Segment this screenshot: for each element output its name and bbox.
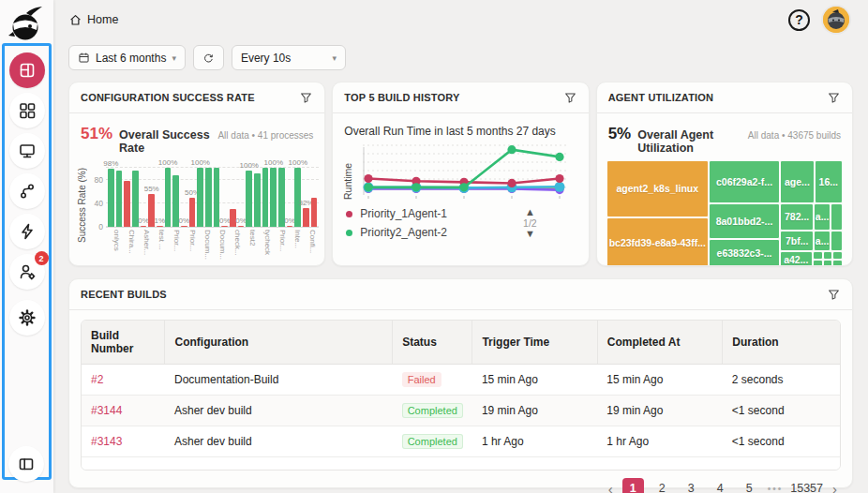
bar[interactable]: 50% bbox=[189, 168, 196, 227]
sidebar-item-apps[interactable] bbox=[9, 93, 45, 128]
pager-up-icon[interactable]: ▲ bbox=[525, 207, 535, 217]
bar[interactable]: 0% bbox=[141, 168, 147, 227]
cell-build[interactable]: #3143 bbox=[82, 426, 165, 457]
sidebar: 2 bbox=[0, 0, 53, 493]
treemap-tile[interactable]: e63832c3-... bbox=[709, 239, 780, 266]
treemap-tile[interactable]: 7bf... bbox=[780, 231, 814, 251]
cell-build[interactable]: #3144 bbox=[82, 396, 165, 426]
sidebar-item-triggers[interactable] bbox=[9, 214, 45, 249]
treemap-tile[interactable]: 782... bbox=[780, 203, 814, 231]
filter-funnel-icon[interactable] bbox=[299, 91, 313, 105]
table-row: #3143Asher dev buildCompleted1 hr Ago1 h… bbox=[82, 426, 840, 457]
bar[interactable]: 32% bbox=[303, 168, 309, 227]
page-button[interactable]: 4 bbox=[710, 478, 731, 493]
bar-fill bbox=[311, 198, 318, 228]
column-header[interactable]: Duration bbox=[723, 321, 840, 365]
page-button[interactable]: 3 bbox=[681, 478, 702, 493]
pager-down-icon[interactable]: ▼ bbox=[525, 229, 535, 239]
bar[interactable]: 1% bbox=[157, 168, 163, 227]
treemap-tile[interactable]: a... bbox=[814, 203, 831, 231]
cell-trigger: 15 min Ago bbox=[472, 365, 597, 396]
prev-page-button[interactable]: ‹ bbox=[606, 481, 615, 493]
bar-value-label: 0% bbox=[179, 217, 190, 225]
bar[interactable]: 0% bbox=[238, 168, 245, 227]
bar[interactable]: 98% bbox=[108, 168, 114, 227]
last-page-button[interactable]: 15357 bbox=[790, 478, 823, 493]
treemap-tile[interactable]: 16... bbox=[815, 160, 843, 203]
legend-item[interactable]: Priority2_Agent-2 bbox=[346, 226, 447, 239]
avatar[interactable] bbox=[823, 7, 849, 33]
page-button[interactable]: 5 bbox=[739, 478, 760, 493]
bar[interactable]: 100% bbox=[294, 168, 301, 227]
sidebar-item-settings[interactable] bbox=[9, 300, 45, 336]
bar[interactable]: 100% bbox=[270, 168, 277, 227]
x-axis-label: Prior... bbox=[274, 230, 287, 266]
sidebar-collapse-button[interactable] bbox=[8, 446, 44, 482]
recent-builds-card: RECENT BUILDS Build NumberConfigurationS… bbox=[68, 278, 853, 488]
treemap-tile[interactable] bbox=[823, 251, 833, 260]
breadcrumb[interactable]: Home bbox=[68, 13, 118, 27]
treemap-tile[interactable] bbox=[813, 251, 823, 260]
bar[interactable]: 0% bbox=[287, 168, 293, 227]
bar[interactable]: 0% bbox=[221, 168, 228, 227]
bar[interactable]: 100% bbox=[165, 168, 172, 227]
column-header[interactable]: Trigger Time bbox=[472, 321, 597, 365]
refresh-interval-select[interactable]: Every 10s ▾ bbox=[232, 45, 346, 70]
cell-completed: 15 min Ago bbox=[597, 365, 722, 396]
success-bar-chart: Success Rate (%) 04080 98%0%55%1%100%0%5… bbox=[69, 155, 324, 266]
treemap-tile[interactable]: c06f29a2-f... bbox=[709, 160, 780, 203]
bar-fill bbox=[238, 226, 245, 227]
refresh-icon bbox=[202, 52, 215, 65]
treemap-tile[interactable]: agent2_k8s_linux bbox=[606, 160, 709, 217]
column-header[interactable]: Build Number bbox=[82, 321, 165, 365]
bar[interactable] bbox=[254, 168, 261, 227]
treemap-tile[interactable] bbox=[831, 203, 843, 231]
legend-item[interactable]: Priority_1Agent-1 bbox=[346, 207, 447, 220]
topbar: Home ? bbox=[53, 0, 868, 39]
bar[interactable] bbox=[116, 168, 123, 227]
treemap-tile[interactable] bbox=[832, 251, 843, 260]
filter-funnel-icon[interactable] bbox=[827, 288, 841, 302]
bar[interactable]: 0% bbox=[181, 168, 187, 227]
bar[interactable] bbox=[311, 168, 318, 227]
bar[interactable] bbox=[205, 168, 212, 227]
page-button[interactable]: 2 bbox=[651, 478, 673, 493]
app-logo-icon[interactable] bbox=[7, 4, 48, 43]
treemap-tile[interactable] bbox=[831, 231, 843, 251]
next-page-button[interactable]: › bbox=[831, 481, 839, 493]
cell-duration: 2 seconds bbox=[723, 365, 840, 396]
bar[interactable] bbox=[262, 168, 269, 227]
bar[interactable] bbox=[124, 168, 130, 227]
sidebar-item-users[interactable]: 2 bbox=[9, 254, 45, 290]
treemap-tile[interactable] bbox=[823, 260, 833, 266]
treemap-tile[interactable] bbox=[813, 260, 823, 266]
treemap-tile[interactable] bbox=[832, 260, 843, 266]
y-tick: 0 bbox=[98, 222, 103, 232]
treemap-tile[interactable]: a... bbox=[814, 231, 831, 251]
treemap-tile[interactable]: a42... bbox=[780, 251, 812, 266]
cell-build[interactable]: #2 bbox=[82, 365, 165, 396]
bar[interactable]: 100% bbox=[197, 168, 203, 227]
chart-legend-row: Priority_1Agent-1Priority2_Agent-2 ▲ 1/2… bbox=[333, 203, 588, 239]
bar[interactable]: 100% bbox=[246, 168, 252, 227]
help-button[interactable]: ? bbox=[788, 9, 810, 31]
treemap-tile[interactable]: 8a01bbd2-... bbox=[709, 203, 780, 239]
cell-configuration: Asher dev build bbox=[165, 396, 393, 426]
column-header[interactable]: Completed At bbox=[597, 321, 722, 365]
treemap-tile[interactable]: bc23fd39-e8a9-43ff... bbox=[606, 217, 709, 266]
page-button[interactable]: 1 bbox=[622, 478, 644, 493]
sidebar-item-pipelines[interactable] bbox=[9, 173, 45, 209]
filter-funnel-icon[interactable] bbox=[563, 91, 577, 105]
date-range-select[interactable]: Last 6 months ▾ bbox=[68, 45, 186, 70]
filter-funnel-icon[interactable] bbox=[827, 91, 841, 105]
x-axis-label: test2 bbox=[244, 230, 257, 266]
column-header[interactable]: Status bbox=[393, 321, 472, 365]
treemap-tile[interactable]: age... bbox=[780, 160, 815, 203]
column-header[interactable]: Configuration bbox=[165, 321, 393, 365]
bar-value-label: 0% bbox=[138, 217, 149, 225]
sidebar-item-dashboard[interactable] bbox=[9, 52, 45, 88]
sidebar-item-agents[interactable] bbox=[9, 133, 45, 169]
bar-fill bbox=[189, 198, 196, 228]
refresh-button[interactable] bbox=[193, 45, 224, 70]
sidebar-nav: 2 bbox=[0, 43, 53, 336]
